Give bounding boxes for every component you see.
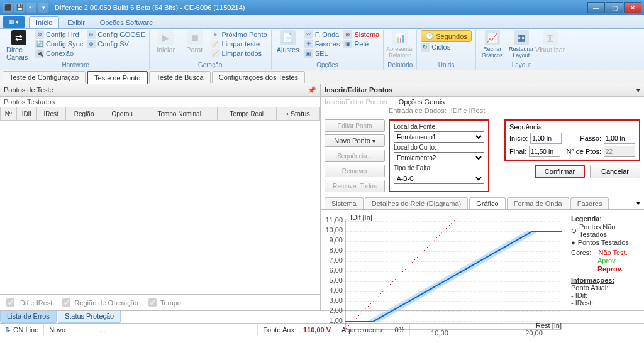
ied-minitab-opcoes[interactable]: Opções Gerais [399,98,445,106]
prox-label: Próximo Ponto [222,31,267,38]
subtab-config[interactable]: Teste de Configuração [3,71,86,83]
tab-opcoes-software[interactable]: Opções Software [93,16,160,28]
sel-button[interactable]: ▣SEL [304,49,340,58]
save-icon[interactable]: 💾 [14,3,25,13]
status-novo: Novo [44,324,94,335]
pin-icon[interactable]: 📌 [308,86,316,94]
apresentar-relatorio-button[interactable]: 📊Apresentar Relatório [387,30,413,58]
limpar-teste-button[interactable]: 🧹Limpar teste [211,40,267,48]
remover-todos-button[interactable]: Remover Todos [325,180,385,192]
col-idif[interactable]: IDif [16,107,36,121]
config-hrd-button[interactable]: ⚙Config Hrd [35,30,83,39]
limpar-todos-button[interactable]: 🧹Limpar todos [211,49,267,58]
gtab-grafico[interactable]: Gráfico [469,197,505,209]
novo-ponto-button[interactable]: Novo Ponto ▾ [325,134,385,147]
subtab-ponto[interactable]: Teste de Ponto [87,71,148,84]
chk-tempo[interactable]: Tempo [146,297,181,308]
close-button[interactable]: ✕ [624,2,641,13]
fasores-label: Fasores [315,40,340,48]
local-fonte-select[interactable]: Enrolamento1 [394,131,484,143]
local-curto-label: Local do Curto: [394,144,484,151]
ponto-atual-link[interactable]: Ponto Atual: [571,284,641,291]
sequencia-button[interactable]: Sequência... [325,150,385,162]
quick-access-toolbar: ⬛ 💾 ↶ ▾ [3,3,48,13]
legend-reprov: Reprov. [597,265,623,273]
col-n[interactable]: Nº [1,107,17,121]
segundos-button[interactable]: 🕒Segundos [421,30,472,42]
iniciar-button[interactable]: ▶Iniciar [153,30,179,53]
chk-idif-irest-box[interactable] [6,298,14,307]
fonte-aux-label: Fonte Aux: [263,326,296,334]
plug-icon: 🔌 [35,49,44,58]
graph-collapse-icon[interactable]: ▾ [633,197,644,209]
gtab-fasores[interactable]: Fasores [570,197,609,209]
config-sv-button[interactable]: ⊚Config SV [87,40,145,48]
config-hrd-label: Config Hrd [46,31,79,38]
bottab-status[interactable]: Status Proteção [58,311,121,323]
visualizar-button[interactable]: ▥Visualizar [538,30,563,53]
ied-minitab-insert[interactable]: Inserir/Editar Pontos [325,98,387,106]
chk-regiao[interactable]: Região de Operação [60,297,138,308]
local-curto-select[interactable]: Enrolamento2 [394,152,484,163]
conexao-button[interactable]: 🔌Conexão [35,49,83,58]
gtab-detalhes[interactable]: Detalhes do Relé (Diagrama) [365,197,468,209]
ytick: 10,00 [325,226,343,234]
col-regiao[interactable]: Região [65,107,103,121]
info-irest: - IRest: [571,299,641,307]
maximize-button[interactable]: ▢ [606,2,623,13]
direc-canais-button[interactable]: ⇄Direc Canais [6,30,31,61]
ytick: 3,00 [330,297,343,304]
col-status[interactable]: • Status [276,107,319,121]
confirmar-button[interactable]: Confirmar [535,165,585,178]
xtick: 20,00 [525,329,543,337]
col-tnom[interactable]: Tempo Nominal [142,107,217,121]
gtab-sistema[interactable]: Sistema [325,197,364,209]
proximo-ponto-button[interactable]: ➤Próximo Ponto [211,30,267,39]
final-input[interactable] [529,146,560,157]
inicio-input[interactable] [530,133,562,144]
subtab-conf-testes[interactable]: Configurações dos Testes [212,71,305,83]
cancelar-button[interactable]: Cancelar [590,165,640,178]
entrada-dados-link[interactable]: Entrada de Dados: [389,107,447,114]
passo-input[interactable] [604,133,635,144]
collapse-icon[interactable]: ▾ [636,86,640,94]
group-layout-label: Layout [480,61,563,70]
sistema-button[interactable]: ⊛Sistema [343,30,379,39]
entrada-dados-value: IDif e IRest [451,107,485,114]
gtab-forma[interactable]: Forma de Onda [507,197,569,209]
editar-ponto-button[interactable]: Editar Ponto [325,119,385,132]
col-irest[interactable]: IRest [36,107,65,121]
minimize-button[interactable]: — [587,2,605,13]
fasores-button[interactable]: ✳Fasores [304,40,340,48]
nptos-label: Nº de Ptos: [567,148,601,155]
restaurar-layout-button[interactable]: ▦Restaurar Layout [509,30,534,58]
layout-icon: ▦ [514,30,529,45]
parar-button[interactable]: ⏹Parar [182,30,208,53]
config-goose-button[interactable]: ⊚Config GOOSE [87,30,145,39]
tab-inicio[interactable]: Início [29,16,59,28]
remover-button[interactable]: Remover [325,165,385,177]
clear-all-icon: 🧹 [211,49,220,58]
ciclos-button[interactable]: ↻Ciclos [421,43,472,52]
final-label: Final: [509,148,526,155]
file-menu-button[interactable]: ▦ ▾ [3,16,25,28]
clear-icon: 🧹 [211,40,220,48]
rele-button[interactable]: ▣Relé [343,40,379,48]
col-operou[interactable]: Operou [103,107,142,121]
col-treal[interactable]: Tempo Real [217,107,276,121]
chk-regiao-box[interactable] [62,298,70,307]
info-title: Informações: [571,276,641,284]
undo-icon[interactable]: ↶ [26,3,36,13]
chk-tempo-box[interactable] [148,298,157,307]
recriar-graficos-button[interactable]: 📈Recriar Gráficos [480,30,505,58]
fonda-button[interactable]: 〰F. Onda [304,30,340,39]
config-sync-button[interactable]: 🔄Config Sync [35,40,83,48]
bottab-erros[interactable]: Lista de Erros [0,311,57,323]
tipo-falta-select[interactable]: A-B-C [394,173,484,184]
chk-idif-irest[interactable]: IDif e IRest [4,297,52,308]
ajustes-button[interactable]: 📄Ajustes [275,30,301,53]
subtab-busca[interactable]: Teste de Busca [149,71,210,83]
tab-exibir[interactable]: Exibir [60,16,92,28]
qat-dropdown-icon[interactable]: ▾ [38,3,48,13]
report-icon: 📊 [392,30,408,45]
